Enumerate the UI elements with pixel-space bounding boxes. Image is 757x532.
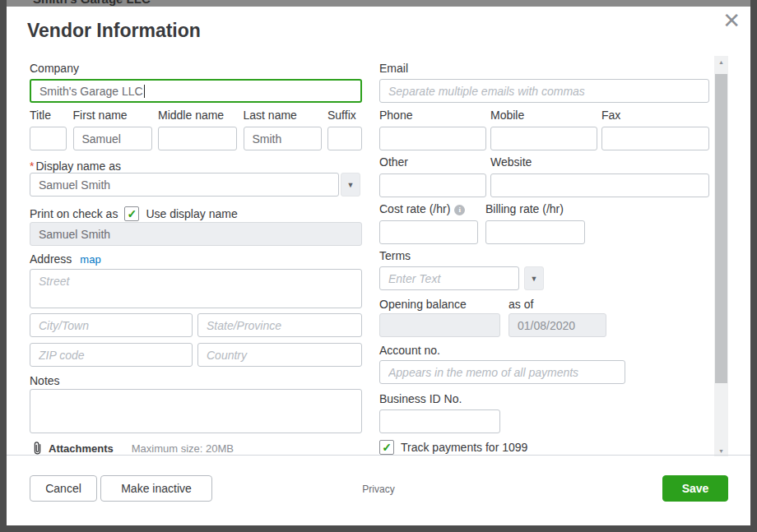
email-label: Email	[379, 62, 408, 75]
notes-label: Notes	[30, 374, 60, 387]
billing-rate-input[interactable]	[485, 220, 585, 244]
background-page-heading: Smith's Garage LLC	[33, 0, 151, 6]
chevron-down-icon: ▼	[531, 275, 538, 283]
print-on-check-label: Print on check as	[30, 207, 118, 220]
business-id-input[interactable]	[379, 409, 500, 433]
attachments-row[interactable]: Attachments Maximum size: 20MB	[31, 441, 234, 456]
name-fields-row: Title First name Middle name Last name S…	[30, 109, 362, 150]
display-name-input[interactable]	[30, 173, 339, 197]
account-no-input[interactable]	[379, 360, 625, 384]
country-input[interactable]	[197, 343, 362, 367]
display-name-dropdown-button[interactable]: ▼	[341, 173, 360, 197]
opening-balance-label: Opening balance	[379, 298, 467, 311]
vendor-information-dialog: Vendor Information ✕ Company Smith's Gar…	[7, 7, 750, 525]
terms-input[interactable]	[379, 266, 519, 290]
first-name-input[interactable]	[73, 127, 152, 150]
first-name-label: First name	[73, 109, 152, 122]
street-input[interactable]	[30, 269, 362, 308]
as-of-label: as of	[509, 298, 533, 311]
email-input[interactable]	[379, 79, 709, 103]
zip-input[interactable]	[30, 343, 193, 367]
phone-input[interactable]	[379, 127, 486, 150]
suffix-label: Suffix	[327, 109, 362, 122]
cost-rate-input[interactable]	[379, 220, 478, 244]
middle-name-input[interactable]	[158, 127, 237, 150]
make-inactive-button[interactable]: Make inactive	[100, 475, 212, 502]
scroll-up-icon[interactable]: ▲	[714, 56, 728, 67]
track-1099-label: Track payments for 1099	[401, 441, 527, 454]
map-link[interactable]: map	[80, 253, 100, 266]
state-input[interactable]	[197, 313, 362, 337]
title-label: Title	[30, 109, 67, 122]
fax-input[interactable]	[601, 127, 709, 150]
save-button[interactable]: Save	[662, 475, 728, 502]
account-no-label: Account no.	[379, 344, 440, 357]
close-icon[interactable]: ✕	[722, 8, 741, 34]
footer-divider	[7, 455, 750, 456]
cost-rate-label: Cost rate (/hr)i	[379, 202, 478, 215]
as-of-input	[509, 313, 606, 337]
attachments-label[interactable]: Attachments	[49, 442, 114, 455]
company-value: Smith's Garage LLC	[39, 85, 143, 98]
use-display-name-label: Use display name	[146, 207, 237, 220]
website-label: Website	[490, 155, 709, 169]
use-display-name-checkbox[interactable]: ✓	[124, 206, 139, 221]
terms-dropdown-button[interactable]: ▼	[524, 266, 544, 290]
checkmark-icon: ✓	[382, 441, 392, 454]
business-id-label: Business ID No.	[379, 392, 462, 405]
scrollbar-thumb[interactable]	[715, 74, 727, 383]
mobile-input[interactable]	[490, 127, 597, 150]
website-input[interactable]	[490, 173, 709, 197]
suffix-input[interactable]	[327, 127, 362, 150]
dimmed-page-backdrop: Smith's Garage LLC	[7, 0, 750, 7]
mobile-label: Mobile	[490, 109, 597, 122]
other-input[interactable]	[379, 173, 486, 197]
rates-row: Cost rate (/hr)i Billing rate (/hr)	[379, 202, 585, 244]
required-asterisk: *	[30, 160, 34, 173]
notes-input[interactable]	[30, 389, 362, 433]
company-input[interactable]: Smith's Garage LLC	[30, 79, 362, 103]
attachments-hint: Maximum size: 20MB	[132, 442, 234, 455]
phone-fields-row: Phone Mobile Fax	[379, 109, 709, 150]
opening-balance-input	[379, 313, 500, 337]
scrollbar[interactable]: ▲ ▼	[714, 56, 728, 456]
company-label: Company	[30, 62, 79, 75]
city-input[interactable]	[30, 313, 193, 337]
terms-label: Terms	[379, 249, 411, 262]
track-1099-row: ✓ Track payments for 1099	[379, 440, 527, 455]
info-icon[interactable]: i	[454, 205, 465, 215]
print-on-check-input	[30, 222, 362, 246]
track-1099-checkbox[interactable]: ✓	[379, 440, 394, 455]
title-input[interactable]	[30, 127, 67, 150]
display-name-label: *Display name as	[30, 160, 121, 173]
fax-label: Fax	[601, 109, 709, 122]
last-name-label: Last name	[244, 109, 322, 122]
billing-rate-label: Billing rate (/hr)	[485, 202, 585, 215]
address-header: Address map	[30, 252, 101, 266]
dialog-title: Vendor Information	[27, 20, 201, 42]
middle-name-label: Middle name	[158, 109, 237, 122]
address-label: Address	[30, 252, 72, 266]
text-caret	[144, 85, 145, 98]
print-on-check-row: Print on check as ✓ Use display name	[30, 206, 238, 221]
other-label: Other	[379, 155, 486, 169]
other-website-row: Other Website	[379, 155, 709, 197]
checkmark-icon: ✓	[128, 207, 137, 220]
chevron-down-icon: ▼	[347, 181, 355, 189]
last-name-input[interactable]	[244, 127, 322, 150]
paperclip-icon	[31, 441, 44, 456]
cancel-button[interactable]: Cancel	[30, 475, 97, 502]
phone-label: Phone	[379, 109, 486, 122]
